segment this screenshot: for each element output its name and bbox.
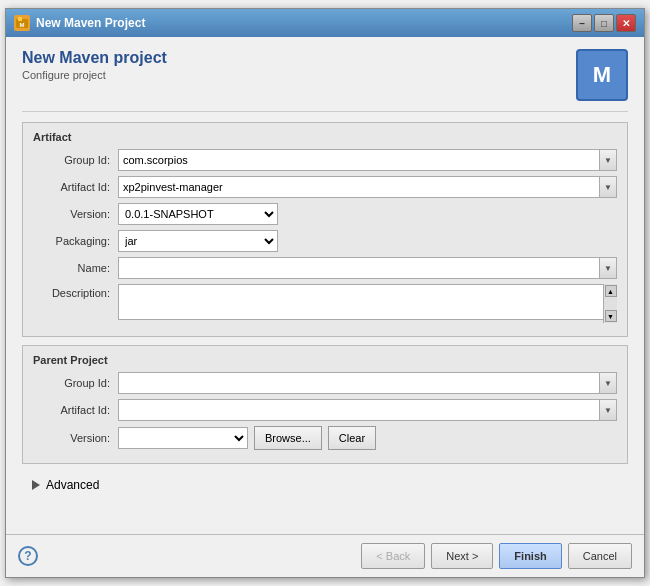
packaging-control: jar [118,230,617,252]
description-label: Description: [33,284,118,299]
group-id-row: Group Id: ▼ [33,149,617,171]
parent-artifact-id-label: Artifact Id: [33,404,118,416]
name-label: Name: [33,262,118,274]
parent-group-id-input[interactable] [118,372,599,394]
parent-project-section: Parent Project Group Id: ▼ Artifact Id: … [22,345,628,464]
window-icon: M [14,15,30,31]
browse-button[interactable]: Browse... [254,426,322,450]
header-text: New Maven project Configure project [22,49,576,81]
scroll-up-btn[interactable]: ▲ [605,285,617,297]
artifact-id-row: Artifact Id: ▼ [33,176,617,198]
svg-rect-1 [18,17,22,21]
window-title: New Maven Project [36,16,572,30]
parent-artifact-id-input[interactable] [118,399,599,421]
clear-button[interactable]: Clear [328,426,376,450]
parent-section-title: Parent Project [33,354,617,366]
packaging-label: Packaging: [33,235,118,247]
window: M New Maven Project – □ ✕ New Maven proj… [5,8,645,578]
group-id-input[interactable] [118,149,599,171]
version-label: Version: [33,208,118,220]
maximize-button[interactable]: □ [594,14,614,32]
parent-group-id-combo: ▼ [118,372,617,394]
packaging-select[interactable]: jar [118,230,278,252]
name-dropdown-btn[interactable]: ▼ [599,257,617,279]
bottom-buttons: < Back Next > Finish Cancel [38,543,632,569]
artifact-id-dropdown-btn[interactable]: ▼ [599,176,617,198]
parent-group-id-dropdown-btn[interactable]: ▼ [599,372,617,394]
title-bar: M New Maven Project – □ ✕ [6,9,644,37]
parent-version-row: Version: Browse... Clear [33,426,617,450]
page-subtitle: Configure project [22,69,576,81]
artifact-id-combo: ▼ [118,176,617,198]
advanced-label: Advanced [46,478,99,492]
advanced-row[interactable]: Advanced [22,472,628,498]
cancel-button[interactable]: Cancel [568,543,632,569]
parent-artifact-id-dropdown-btn[interactable]: ▼ [599,399,617,421]
advanced-expand-icon [32,480,40,490]
scroll-down-btn[interactable]: ▼ [605,310,617,322]
artifact-id-input[interactable] [118,176,599,198]
parent-version-control: Browse... Clear [118,426,617,450]
description-scrollbar: ▲ ▼ [603,284,617,323]
version-select[interactable]: 0.0.1-SNAPSHOT [118,203,278,225]
bottom-bar: ? < Back Next > Finish Cancel [6,534,644,577]
artifact-section: Artifact Group Id: ▼ Artifact Id: ▼ Ver [22,122,628,337]
minimize-button[interactable]: – [572,14,592,32]
parent-version-select[interactable] [118,427,248,449]
artifact-id-label: Artifact Id: [33,181,118,193]
name-combo: ▼ [118,257,617,279]
finish-button[interactable]: Finish [499,543,561,569]
parent-version-label: Version: [33,432,118,444]
description-wrap: ▲ ▼ [118,284,617,323]
parent-group-id-row: Group Id: ▼ [33,372,617,394]
packaging-row: Packaging: jar [33,230,617,252]
group-id-combo: ▼ [118,149,617,171]
next-button[interactable]: Next > [431,543,493,569]
maven-logo: M [576,49,628,101]
version-row: Version: 0.0.1-SNAPSHOT [33,203,617,225]
svg-text:M: M [20,22,25,28]
close-button[interactable]: ✕ [616,14,636,32]
window-controls: – □ ✕ [572,14,636,32]
content-area: New Maven project Configure project M Ar… [6,37,644,534]
back-button[interactable]: < Back [361,543,425,569]
version-control: 0.0.1-SNAPSHOT [118,203,617,225]
group-id-label: Group Id: [33,154,118,166]
group-id-dropdown-btn[interactable]: ▼ [599,149,617,171]
page-title: New Maven project [22,49,576,67]
parent-artifact-id-row: Artifact Id: ▼ [33,399,617,421]
parent-artifact-id-combo: ▼ [118,399,617,421]
parent-group-id-label: Group Id: [33,377,118,389]
name-input[interactable] [118,257,599,279]
description-row: Description: ▲ ▼ [33,284,617,323]
page-header: New Maven project Configure project M [22,49,628,112]
description-input[interactable] [118,284,617,320]
help-button[interactable]: ? [18,546,38,566]
name-row: Name: ▼ [33,257,617,279]
artifact-section-title: Artifact [33,131,617,143]
